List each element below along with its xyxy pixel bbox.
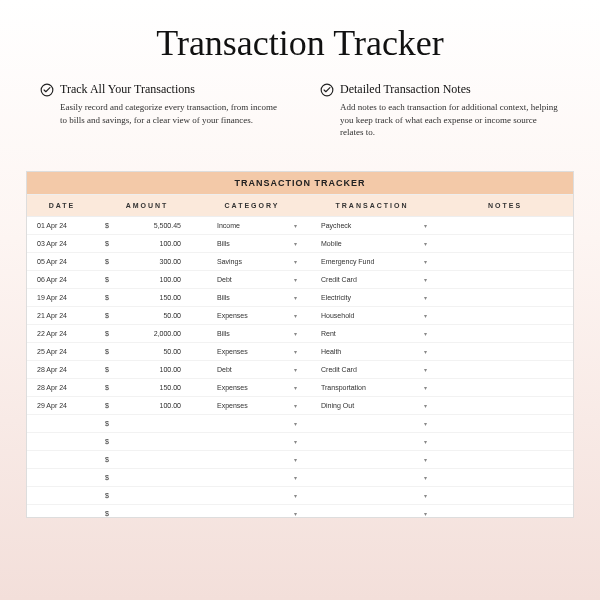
table-row[interactable]: $▾▾ xyxy=(27,487,573,505)
table-row[interactable]: 21 Apr 24$50.00Expenses▾Household▾ xyxy=(27,307,573,325)
dropdown-icon[interactable]: ▾ xyxy=(424,348,427,355)
dropdown-icon[interactable]: ▾ xyxy=(424,258,427,265)
dropdown-icon[interactable]: ▾ xyxy=(294,474,297,481)
table-row[interactable]: $▾▾ xyxy=(27,433,573,451)
cell-amount[interactable]: $100.00 xyxy=(97,235,197,252)
cell-transaction[interactable]: Dining Out▾ xyxy=(307,397,437,414)
dropdown-icon[interactable]: ▾ xyxy=(424,240,427,247)
cell-transaction[interactable]: Credit Card▾ xyxy=(307,271,437,288)
cell-transaction[interactable]: Transportation▾ xyxy=(307,379,437,396)
cell-date[interactable]: 21 Apr 24 xyxy=(27,307,97,324)
cell-date[interactable]: 29 Apr 24 xyxy=(27,397,97,414)
cell-category[interactable]: Savings▾ xyxy=(197,253,307,270)
cell-transaction[interactable]: ▾ xyxy=(307,451,437,468)
cell-transaction[interactable]: Rent▾ xyxy=(307,325,437,342)
cell-category[interactable]: Expenses▾ xyxy=(197,307,307,324)
cell-date[interactable]: 28 Apr 24 xyxy=(27,379,97,396)
dropdown-icon[interactable]: ▾ xyxy=(294,366,297,373)
cell-transaction[interactable]: Electricity▾ xyxy=(307,289,437,306)
cell-transaction[interactable]: ▾ xyxy=(307,505,437,517)
cell-date[interactable]: 19 Apr 24 xyxy=(27,289,97,306)
cell-date[interactable]: 28 Apr 24 xyxy=(27,361,97,378)
dropdown-icon[interactable]: ▾ xyxy=(294,510,297,517)
cell-amount[interactable]: $ xyxy=(97,505,197,517)
cell-transaction[interactable]: ▾ xyxy=(307,415,437,432)
cell-transaction[interactable]: Household▾ xyxy=(307,307,437,324)
cell-category[interactable]: Bills▾ xyxy=(197,289,307,306)
dropdown-icon[interactable]: ▾ xyxy=(424,384,427,391)
cell-date[interactable] xyxy=(27,469,97,486)
dropdown-icon[interactable]: ▾ xyxy=(294,222,297,229)
dropdown-icon[interactable]: ▾ xyxy=(424,492,427,499)
cell-notes[interactable] xyxy=(437,433,573,450)
dropdown-icon[interactable]: ▾ xyxy=(424,330,427,337)
cell-category[interactable]: ▾ xyxy=(197,469,307,486)
cell-date[interactable] xyxy=(27,505,97,517)
table-row[interactable]: 29 Apr 24$100.00Expenses▾Dining Out▾ xyxy=(27,397,573,415)
cell-notes[interactable] xyxy=(437,469,573,486)
table-row[interactable]: 28 Apr 24$150.00Expenses▾Transportation▾ xyxy=(27,379,573,397)
cell-category[interactable]: Expenses▾ xyxy=(197,397,307,414)
cell-amount[interactable]: $ xyxy=(97,487,197,504)
cell-amount[interactable]: $100.00 xyxy=(97,397,197,414)
cell-category[interactable]: ▾ xyxy=(197,487,307,504)
cell-transaction[interactable]: Health▾ xyxy=(307,343,437,360)
dropdown-icon[interactable]: ▾ xyxy=(424,438,427,445)
dropdown-icon[interactable]: ▾ xyxy=(424,402,427,409)
cell-date[interactable]: 05 Apr 24 xyxy=(27,253,97,270)
cell-notes[interactable] xyxy=(437,397,573,414)
cell-category[interactable]: ▾ xyxy=(197,451,307,468)
cell-amount[interactable]: $ xyxy=(97,415,197,432)
table-row[interactable]: 06 Apr 24$100.00Debt▾Credit Card▾ xyxy=(27,271,573,289)
cell-category[interactable]: Expenses▾ xyxy=(197,343,307,360)
cell-category[interactable]: Expenses▾ xyxy=(197,379,307,396)
cell-notes[interactable] xyxy=(437,487,573,504)
dropdown-icon[interactable]: ▾ xyxy=(424,510,427,517)
cell-transaction[interactable]: Credit Card▾ xyxy=(307,361,437,378)
dropdown-icon[interactable]: ▾ xyxy=(294,420,297,427)
cell-notes[interactable] xyxy=(437,343,573,360)
cell-transaction[interactable]: Mobile▾ xyxy=(307,235,437,252)
cell-notes[interactable] xyxy=(437,505,573,517)
dropdown-icon[interactable]: ▾ xyxy=(294,492,297,499)
cell-amount[interactable]: $ xyxy=(97,433,197,450)
cell-category[interactable]: Debt▾ xyxy=(197,361,307,378)
dropdown-icon[interactable]: ▾ xyxy=(424,312,427,319)
dropdown-icon[interactable]: ▾ xyxy=(294,312,297,319)
dropdown-icon[interactable]: ▾ xyxy=(294,294,297,301)
cell-notes[interactable] xyxy=(437,235,573,252)
cell-notes[interactable] xyxy=(437,415,573,432)
cell-date[interactable] xyxy=(27,487,97,504)
cell-transaction[interactable]: ▾ xyxy=(307,469,437,486)
table-row[interactable]: $▾▾ xyxy=(27,415,573,433)
cell-notes[interactable] xyxy=(437,289,573,306)
cell-amount[interactable]: $50.00 xyxy=(97,307,197,324)
cell-amount[interactable]: $150.00 xyxy=(97,379,197,396)
cell-date[interactable] xyxy=(27,415,97,432)
cell-transaction[interactable]: ▾ xyxy=(307,433,437,450)
cell-date[interactable] xyxy=(27,433,97,450)
dropdown-icon[interactable]: ▾ xyxy=(424,366,427,373)
cell-date[interactable] xyxy=(27,451,97,468)
table-row[interactable]: 28 Apr 24$100.00Debt▾Credit Card▾ xyxy=(27,361,573,379)
cell-notes[interactable] xyxy=(437,253,573,270)
cell-amount[interactable]: $150.00 xyxy=(97,289,197,306)
cell-date[interactable]: 06 Apr 24 xyxy=(27,271,97,288)
cell-transaction[interactable]: Emergency Fund▾ xyxy=(307,253,437,270)
cell-transaction[interactable]: Paycheck▾ xyxy=(307,217,437,234)
cell-date[interactable]: 22 Apr 24 xyxy=(27,325,97,342)
cell-amount[interactable]: $5,500.45 xyxy=(97,217,197,234)
cell-notes[interactable] xyxy=(437,361,573,378)
cell-amount[interactable]: $ xyxy=(97,451,197,468)
cell-notes[interactable] xyxy=(437,379,573,396)
dropdown-icon[interactable]: ▾ xyxy=(294,348,297,355)
cell-category[interactable]: Bills▾ xyxy=(197,325,307,342)
dropdown-icon[interactable]: ▾ xyxy=(424,294,427,301)
cell-amount[interactable]: $ xyxy=(97,469,197,486)
cell-date[interactable]: 25 Apr 24 xyxy=(27,343,97,360)
cell-date[interactable]: 01 Apr 24 xyxy=(27,217,97,234)
dropdown-icon[interactable]: ▾ xyxy=(424,474,427,481)
dropdown-icon[interactable]: ▾ xyxy=(294,402,297,409)
cell-category[interactable]: ▾ xyxy=(197,415,307,432)
dropdown-icon[interactable]: ▾ xyxy=(294,240,297,247)
